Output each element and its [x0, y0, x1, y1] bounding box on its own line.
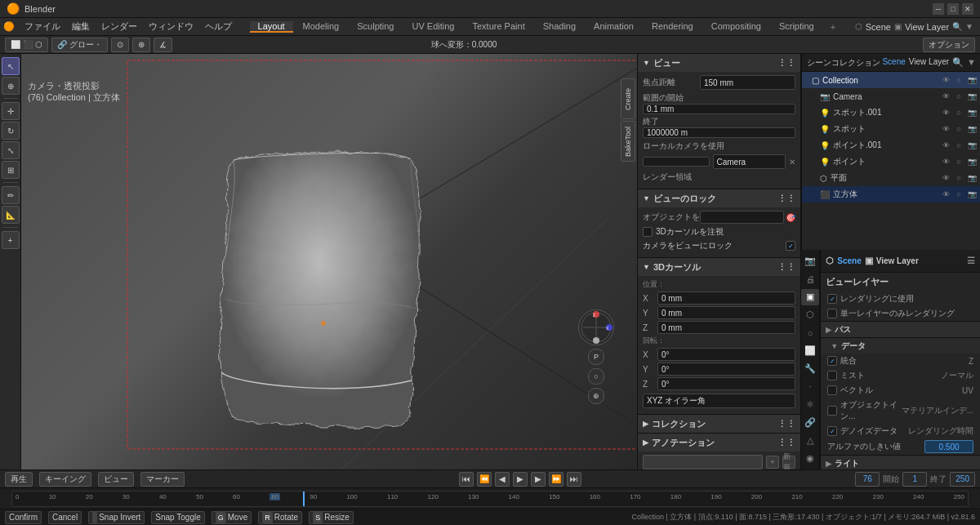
collection-section-header[interactable]: ▶ コレクション ⋮⋮	[638, 415, 800, 433]
next-keyframe-btn[interactable]: ⏩	[549, 472, 564, 487]
point001-eye[interactable]: 👁	[940, 140, 951, 151]
tab-texturepaint[interactable]: Texture Paint	[464, 21, 532, 33]
spot001-eye[interactable]: 👁	[940, 107, 951, 118]
select-icon[interactable]: ○	[953, 74, 964, 86]
tab-sculpting[interactable]: Sculpting	[349, 21, 402, 33]
props-menu-icon[interactable]: ☰	[967, 256, 975, 266]
outliner-cube[interactable]: ⬛ 立方体 👁 ○ 📷	[802, 186, 980, 202]
tab-add-button[interactable]: +	[824, 22, 842, 32]
jump-start-btn[interactable]: ⏮	[459, 472, 474, 487]
data-section-header[interactable]: ▼ データ	[821, 337, 980, 354]
local-view-btn[interactable]: ○	[588, 368, 604, 385]
use-render-cb[interactable]	[827, 294, 837, 304]
tab-modeling[interactable]: Modeling	[295, 21, 348, 33]
prev-frame-btn[interactable]: ◀	[495, 472, 510, 487]
spot-select[interactable]: ○	[953, 123, 964, 135]
output-props-tab[interactable]: 🖨	[801, 271, 819, 287]
view-section-header[interactable]: ▼ ビュー ⋮⋮	[638, 54, 800, 72]
world-props-tab[interactable]: ○	[801, 325, 819, 341]
move-btn[interactable]: G Move	[212, 511, 252, 524]
cursor-y[interactable]: 0 mm	[657, 306, 795, 319]
data-props-tab[interactable]: △	[801, 432, 819, 448]
focal-length-value[interactable]: 150 mm	[700, 75, 795, 90]
maximize-button[interactable]: □	[947, 3, 959, 15]
outliner-filter-icon[interactable]: ▼	[967, 57, 976, 68]
view-layer-props-tab active[interactable]: ▣	[801, 289, 819, 305]
new-annotation-btn[interactable]: 新規	[782, 456, 795, 469]
tab-shading[interactable]: Shading	[535, 21, 584, 33]
cube-select[interactable]: ○	[953, 189, 964, 200]
render-icon[interactable]: 📷	[966, 74, 978, 86]
add-annotation-btn[interactable]: +	[766, 456, 779, 469]
cursor-rz[interactable]: 0°	[657, 377, 795, 390]
viewport[interactable]: カメラ・透視投影 (76) Collection | 立方体 Z X	[21, 54, 637, 469]
outliner-camera[interactable]: 📷 Camera 👁 ○ 📷	[802, 88, 980, 105]
point001-render[interactable]: 📷	[966, 140, 978, 151]
pass-section-header[interactable]: ▶ パス	[821, 321, 980, 337]
scene-props-tab[interactable]: ⬡	[801, 307, 819, 323]
alpha-value[interactable]: 0.500	[924, 440, 973, 453]
cube-render[interactable]: 📷	[966, 189, 978, 200]
cube-eye[interactable]: 👁	[940, 189, 951, 200]
measure-tool[interactable]: 📐	[2, 206, 20, 224]
snap-invert-btn[interactable]: Snap Invert	[88, 511, 145, 524]
denoise-cb[interactable]	[827, 426, 837, 436]
clip-start-value[interactable]: 0.1 mm	[643, 104, 795, 114]
tab-rendering[interactable]: Rendering	[644, 21, 702, 33]
spot001-render[interactable]: 📷	[966, 107, 978, 118]
snap-toggle-btn[interactable]: Snap Toggle	[151, 511, 204, 524]
proportional-btn[interactable]: ⊙	[111, 38, 129, 52]
lock-object-value[interactable]	[700, 211, 784, 224]
modifier-props-tab[interactable]: 🔧	[801, 361, 819, 377]
outliner-point[interactable]: 💡 ポイント 👁 ○ 📷	[802, 153, 980, 170]
point-eye[interactable]: 👁	[940, 156, 951, 167]
camera-eye[interactable]: 👁	[940, 91, 951, 102]
camera-lock-cb[interactable]	[786, 241, 795, 251]
particle-props-tab[interactable]: ·	[801, 378, 819, 394]
timeline-tab-play[interactable]: 再生	[5, 472, 33, 487]
local-camera-value[interactable]: Camera	[713, 154, 786, 169]
combined-cb[interactable]	[827, 356, 837, 366]
transform-orient-btn[interactable]: ∡	[154, 38, 172, 52]
close-button[interactable]: ✕	[962, 3, 973, 15]
cancel-btn[interactable]: Cancel	[48, 511, 82, 524]
objectindex-cb[interactable]	[827, 406, 837, 416]
menu-render[interactable]: レンダー	[96, 19, 142, 34]
plane-render[interactable]: 📷	[966, 172, 978, 184]
outliner-search-icon[interactable]: 🔍	[952, 57, 964, 68]
cursor-rx[interactable]: 0°	[657, 348, 795, 361]
jump-end-btn[interactable]: ⏭	[567, 472, 581, 487]
play-btn[interactable]: ▶	[513, 472, 528, 487]
resize-btn[interactable]: S Resize	[309, 511, 354, 524]
point-render[interactable]: 📷	[966, 156, 978, 167]
create-tab[interactable]: Create	[621, 78, 635, 119]
zoom-btn[interactable]: ⊕	[588, 388, 604, 404]
spot-eye[interactable]: 👁	[940, 123, 951, 135]
spot001-select[interactable]: ○	[953, 107, 964, 118]
transform-pivot-btn[interactable]: ⊕	[132, 38, 150, 52]
cursor-tool[interactable]: ⊕	[2, 77, 20, 95]
point-select[interactable]: ○	[953, 156, 964, 167]
timeline-tab-view[interactable]: ビュー	[98, 472, 134, 487]
plane-eye[interactable]: 👁	[940, 172, 951, 184]
orbit-gizmo[interactable]: Z X	[578, 309, 614, 345]
cursor-3d-header[interactable]: ▼ 3Dカーソル ⋮⋮	[638, 258, 800, 276]
outliner-collection[interactable]: ▢ Collection 👁 ○ 📷	[802, 72, 980, 88]
menu-help[interactable]: ヘルプ	[200, 19, 237, 34]
next-frame-btn[interactable]: ▶	[531, 472, 546, 487]
rotate-tool[interactable]: ↻	[2, 122, 20, 140]
timeline-tab-marker[interactable]: マーカー	[140, 472, 185, 487]
lock-object-eyedrop[interactable]: 🎯	[786, 213, 795, 222]
material-props-tab[interactable]: ◉	[801, 450, 819, 466]
cursor-ry[interactable]: 0°	[657, 363, 795, 376]
outliner-spot001[interactable]: 💡 スポット.001 👁 ○ 📷	[802, 105, 980, 121]
start-frame-input[interactable]: 1	[902, 472, 927, 487]
select-tool[interactable]: ↖	[2, 57, 20, 75]
select-mode-btn[interactable]: ⬜⬛⬡	[5, 38, 48, 52]
perspective-btn[interactable]: P	[588, 349, 604, 365]
cursor-z[interactable]: 0 mm	[657, 321, 795, 334]
eye-icon[interactable]: 👁	[940, 74, 951, 86]
confirm-btn[interactable]: Confirm	[5, 511, 42, 524]
vector-cb[interactable]	[827, 385, 837, 395]
annotate-tool[interactable]: ✏	[2, 186, 20, 204]
